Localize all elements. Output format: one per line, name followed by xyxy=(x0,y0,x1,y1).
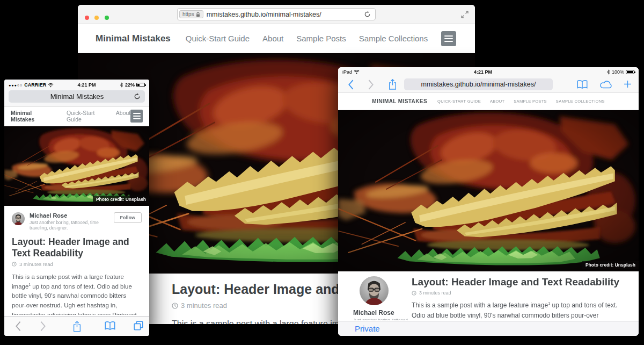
nav-link-sample-posts[interactable]: SAMPLE POSTS xyxy=(514,99,547,104)
iphone-url-row: Minimal Mistakes xyxy=(4,90,149,106)
fullscreen-icon[interactable] xyxy=(461,11,469,18)
avatar xyxy=(360,276,389,305)
wifi-icon xyxy=(48,83,54,88)
nav-link-about[interactable]: About xyxy=(262,34,283,43)
read-time-label: 3 minutes read xyxy=(419,290,451,296)
post-title: Layout: Header Image and Text Readabilit… xyxy=(412,276,623,288)
iphone-frame: ●●●○○ CARRIER 4:21 PM 22% Minimal Mistak… xyxy=(4,80,149,336)
page-title: Minimal Mistakes xyxy=(13,92,134,100)
bookmarks-icon[interactable] xyxy=(105,321,115,330)
nav-link-sample-collections[interactable]: Sample Collections xyxy=(359,34,428,43)
address-bar[interactable]: Minimal Mistakes xyxy=(9,90,145,103)
address-bar[interactable]: mmistakes.github.io/minimal-mistakes/ xyxy=(404,78,553,90)
signal-strength-dots: ●●●○○ xyxy=(9,83,23,87)
bluetooth-icon xyxy=(120,82,123,88)
author-info: Michael Rose Just another boring, tattoo… xyxy=(30,212,114,231)
status-time: 4:21 PM xyxy=(54,82,120,88)
safari-bottom-toolbar xyxy=(4,316,149,336)
back-icon[interactable] xyxy=(15,321,21,332)
share-icon[interactable] xyxy=(73,321,81,332)
paragraph-text: up top and tons of text. Odio ad blue bo… xyxy=(12,283,141,315)
device-label: iPad xyxy=(342,69,352,75)
author-bio: Just another boring, tattooed, time trav… xyxy=(353,318,412,320)
nav-link-quick-start-guide[interactable]: Quick-Start Guide xyxy=(67,110,108,123)
back-icon[interactable] xyxy=(348,80,354,90)
https-label: https xyxy=(182,11,194,17)
post-body: Layout: Header Image and Text Readabilit… xyxy=(411,276,623,320)
photo-credit: Photo credit: Unsplash xyxy=(582,261,639,269)
site-navbar: Minimal Mistakes Quick-Start Guide About xyxy=(4,106,149,126)
paragraph-text: This is a sample post with a large featu… xyxy=(172,319,354,324)
clock-icon xyxy=(12,262,17,267)
follow-button[interactable]: Follow xyxy=(114,212,142,223)
nav-link-quick-start-guide[interactable]: Quick-Start Guide xyxy=(186,34,250,43)
battery-icon xyxy=(136,83,145,87)
bluetooth-icon xyxy=(606,69,610,75)
read-time-label: 3 minutes read xyxy=(181,301,227,310)
post-paragraph: This is a sample post with a large featu… xyxy=(12,272,142,315)
read-time: 3 minutes read xyxy=(412,290,623,296)
read-time-label: 3 minutes read xyxy=(19,261,53,267)
battery-percent: 100% xyxy=(612,69,624,75)
battery-percent: 22% xyxy=(125,82,135,88)
nav-links: QUICK-START GUIDE ABOUT SAMPLE POSTS SAM… xyxy=(437,99,605,104)
ipad-frame: iPad 4:21 PM 100% mmistakes.github.io/mi… xyxy=(338,67,639,336)
post-title: Layout: Header Image and Text Readabilit… xyxy=(12,236,140,258)
wifi-icon xyxy=(354,69,360,74)
carrier-label: CARRIER xyxy=(24,82,46,88)
nav-link-about[interactable]: ABOUT xyxy=(490,99,504,104)
lock-icon xyxy=(196,12,200,17)
feature-image-leaves: Photo credit: Unsplash xyxy=(4,126,149,206)
private-browsing-bar: Private xyxy=(338,321,639,336)
author-name: Michael Rose xyxy=(30,212,114,219)
browser-chrome: https mmistakes.github.io/minimal-mistak… xyxy=(78,5,475,24)
hamburger-menu-button[interactable] xyxy=(130,110,143,123)
photo-credit: Photo credit: Unsplash xyxy=(93,196,149,203)
status-time: 4:21 PM xyxy=(360,69,606,75)
nav-link-quick-start-guide[interactable]: QUICK-START GUIDE xyxy=(437,99,481,104)
bookmarks-icon[interactable] xyxy=(577,80,588,89)
safari-toolbar: mmistakes.github.io/minimal-mistakes/ xyxy=(338,76,639,92)
site-navbar: MINIMAL MISTAKES QUICK-START GUIDE ABOUT… xyxy=(338,92,639,110)
ipad-status-bar: iPad 4:21 PM 100% xyxy=(338,67,639,76)
read-time: 3 minutes read xyxy=(12,261,142,267)
window-controls[interactable] xyxy=(85,12,112,22)
new-tab-icon[interactable] xyxy=(624,80,632,88)
nav-link-sample-posts[interactable]: Sample Posts xyxy=(296,34,346,43)
forward-icon[interactable] xyxy=(40,321,46,332)
iphone-status-bar: ●●●○○ CARRIER 4:21 PM 22% xyxy=(4,80,149,90)
site-brand-link[interactable]: MINIMAL MISTAKES xyxy=(372,98,427,104)
feature-image-leaves: Photo credit: Unsplash xyxy=(338,110,639,271)
hamburger-menu-button[interactable] xyxy=(441,31,456,46)
minimize-window-button[interactable] xyxy=(94,16,99,20)
icloud-icon[interactable] xyxy=(600,81,613,89)
url-text: mmistakes.github.io/minimal-mistakes/ xyxy=(207,11,364,18)
nav-links: Quick-Start Guide About xyxy=(67,110,130,123)
private-button[interactable]: Private xyxy=(355,324,380,333)
post-content: Michael Rose Just another boring, tattoo… xyxy=(338,271,639,320)
author-bio: Just another boring, tattooed, time trav… xyxy=(30,220,114,231)
address-bar[interactable]: https mmistakes.github.io/minimal-mistak… xyxy=(177,8,376,20)
author-row: Michael Rose Just another boring, tattoo… xyxy=(12,212,142,231)
site-brand-link[interactable]: Minimal Mistakes xyxy=(11,110,55,123)
clock-icon xyxy=(172,303,178,309)
post-paragraph: This is a sample post with a large featu… xyxy=(412,300,623,320)
https-badge: https xyxy=(179,10,203,18)
nav-link-sample-collections[interactable]: SAMPLE COLLECTIONS xyxy=(556,99,605,104)
refresh-icon[interactable] xyxy=(364,11,371,18)
avatar xyxy=(12,212,25,225)
post-content: Michael Rose Just another boring, tattoo… xyxy=(4,206,149,315)
nav-link-about[interactable]: About xyxy=(116,110,130,123)
site-navbar: Minimal Mistakes Quick-Start Guide About… xyxy=(78,24,475,53)
nav-links: Quick-Start Guide About Sample Posts Sam… xyxy=(186,34,428,43)
clock-icon xyxy=(412,291,416,296)
refresh-icon[interactable] xyxy=(134,93,141,100)
battery-icon xyxy=(626,70,634,74)
tabs-icon[interactable] xyxy=(134,321,143,330)
share-icon[interactable] xyxy=(389,79,397,90)
site-brand-link[interactable]: Minimal Mistakes xyxy=(96,33,171,44)
zoom-window-button[interactable] xyxy=(105,16,109,20)
close-window-button[interactable] xyxy=(85,16,89,20)
author-sidebar: Michael Rose Just another boring, tattoo… xyxy=(352,276,411,320)
forward-icon[interactable] xyxy=(368,80,374,90)
